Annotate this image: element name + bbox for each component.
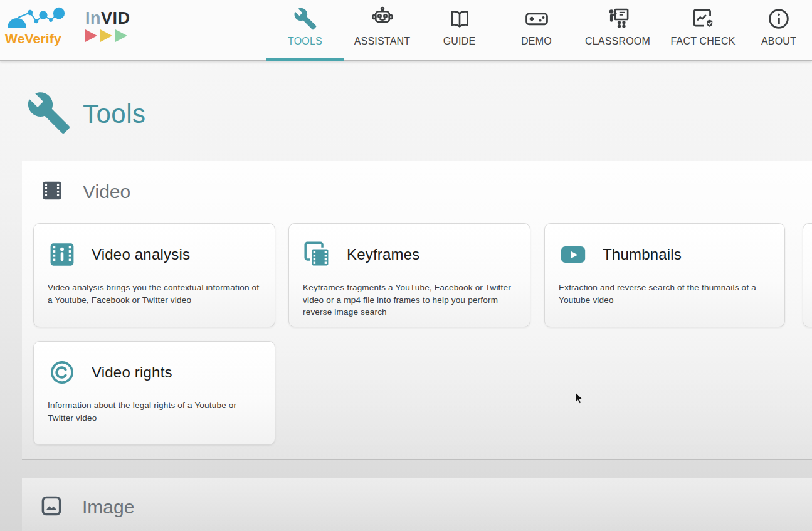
image-section: Image bbox=[22, 478, 812, 531]
tool-card-keyframes[interactable]: Keyframes Keyframes fragments a YouTube,… bbox=[288, 223, 530, 327]
play-icon bbox=[559, 240, 588, 269]
section-label: Image bbox=[82, 497, 134, 518]
keyframes-icon bbox=[303, 240, 332, 269]
invid-logo-text: InVID bbox=[85, 10, 130, 27]
nav-tab-assistant[interactable]: ASSISTANT bbox=[344, 0, 421, 61]
nav-label: TOOLS bbox=[288, 36, 322, 47]
card-description: Extraction and reverse search of the thu… bbox=[559, 281, 769, 306]
card-description: Information about the legal rights of a … bbox=[48, 399, 260, 424]
page-title: Tools bbox=[26, 90, 146, 138]
invid-logo[interactable]: InVID bbox=[85, 10, 130, 42]
book-icon bbox=[447, 6, 472, 32]
film-info-icon bbox=[48, 240, 76, 269]
card-title: Video rights bbox=[92, 364, 172, 381]
gamepad-icon bbox=[524, 6, 550, 32]
video-section-header: Video bbox=[40, 179, 130, 205]
card-header: Keyframes bbox=[289, 224, 530, 269]
weverify-logo-text: WeVerify bbox=[5, 31, 70, 46]
nav-label: DEMO bbox=[521, 36, 552, 47]
classroom-icon bbox=[604, 6, 631, 32]
card-header: Video rights bbox=[34, 342, 275, 387]
page-title-text: Tools bbox=[83, 99, 146, 129]
top-navbar: WeVerify InVID TOOLS bbox=[0, 0, 812, 61]
card-title: Keyframes bbox=[347, 246, 420, 263]
main-navigation: TOOLS ASSISTANT bbox=[266, 0, 812, 61]
nav-label: ABOUT bbox=[761, 36, 796, 47]
nav-tab-guide[interactable]: GUIDE bbox=[421, 0, 498, 61]
section-label: Video bbox=[83, 181, 130, 202]
copyright-icon bbox=[48, 358, 76, 387]
invid-weverify-tools-page: WeVerify InVID TOOLS bbox=[0, 0, 812, 531]
nav-label: CLASSROOM bbox=[585, 36, 650, 47]
nav-label: FACT CHECK bbox=[670, 36, 735, 47]
tool-card-partial[interactable] bbox=[803, 223, 812, 327]
weverify-logo[interactable]: WeVerify bbox=[5, 5, 70, 46]
nav-label: ASSISTANT bbox=[354, 36, 411, 47]
active-tab-indicator bbox=[266, 58, 344, 61]
nav-tab-demo[interactable]: DEMO bbox=[498, 0, 575, 61]
wrench-icon bbox=[293, 6, 317, 32]
image-icon bbox=[40, 494, 63, 520]
image-section-header: Image bbox=[40, 494, 134, 520]
robot-icon bbox=[369, 6, 396, 32]
card-title: Video analysis bbox=[92, 246, 190, 263]
card-description: Keyframes fragments a YouTube, Facebook … bbox=[303, 281, 515, 318]
invid-triangles-icon bbox=[85, 29, 130, 42]
nav-tab-classroom[interactable]: CLASSROOM bbox=[575, 0, 660, 61]
film-strip-icon bbox=[40, 179, 64, 205]
weverify-network-icon bbox=[5, 21, 68, 32]
nav-tab-fact-check[interactable]: FACT CHECK bbox=[660, 0, 746, 61]
fact-check-icon bbox=[690, 6, 716, 32]
card-title: Thumbnails bbox=[603, 246, 682, 263]
card-description: Video analysis brings you the contextual… bbox=[48, 281, 260, 306]
info-icon bbox=[766, 6, 791, 32]
wrench-icon bbox=[26, 90, 71, 138]
card-header: Thumbnails bbox=[545, 224, 784, 269]
nav-tab-about[interactable]: ABOUT bbox=[746, 0, 812, 61]
nav-label: GUIDE bbox=[443, 36, 476, 47]
tool-card-video-rights[interactable]: Video rights Information about the legal… bbox=[33, 341, 275, 445]
card-header: Video analysis bbox=[34, 224, 275, 269]
nav-tab-tools[interactable]: TOOLS bbox=[266, 0, 344, 61]
tool-card-video-analysis[interactable]: Video analysis Video analysis brings you… bbox=[33, 223, 275, 327]
tool-card-thumbnails[interactable]: Thumbnails Extraction and reverse search… bbox=[544, 223, 785, 327]
